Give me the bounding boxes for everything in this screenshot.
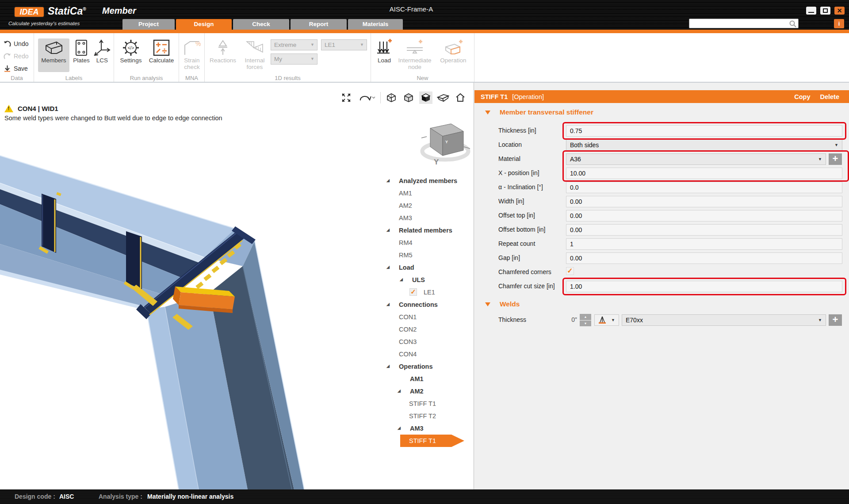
tree-item-con1[interactable]: CON1 [385,311,473,323]
settings-button[interactable]: </> Settings [117,38,145,72]
repeat-count-input[interactable] [566,238,842,250]
members-button[interactable]: Members [38,38,69,72]
tree-group-connections[interactable]: ◢Connections [385,298,473,311]
tab-project[interactable]: Project [122,19,175,30]
zoom-fit-button[interactable] [340,92,353,104]
redo-button[interactable]: Redo [4,53,28,60]
tree-item-stiff-t2-am2[interactable]: STIFF T2 [385,410,473,422]
width-input[interactable] [566,196,842,207]
lcs-label: LCS [96,57,108,64]
chevron-down-icon: ▼ [310,40,314,50]
tree-item-rm4[interactable]: RM4 [385,237,473,249]
tab-report[interactable]: Report [291,19,347,30]
solid-view-button[interactable] [419,92,432,104]
collapse-triangle-icon[interactable] [485,111,490,115]
tree-item-con2[interactable]: CON2 [385,323,473,336]
tree-item-con3[interactable]: CON3 [385,336,473,348]
weld-thickness-stepper[interactable]: ▲ ▼ [580,314,591,326]
tab-design[interactable]: Design [176,19,232,30]
minimize-button[interactable] [806,7,816,15]
calculate-button[interactable]: Calculate [146,38,177,72]
tree-group-load[interactable]: ◢Load [385,261,473,274]
tree-group-analyzed-members[interactable]: ◢Analyzed members [385,175,473,187]
tree-item-le1[interactable]: ✓LE1 [385,286,473,298]
3d-viewport[interactable]: CON4 | WID1 Some weld types were changed… [0,83,473,489]
chamfer-cut-size-input[interactable] [566,281,842,292]
inclination-input[interactable] [566,182,842,193]
extreme-dropdown[interactable]: Extreme▼ [271,39,317,50]
offset-top-input[interactable] [566,210,842,221]
search-input[interactable] [691,19,788,27]
copy-button[interactable]: Copy [794,93,810,100]
info-button[interactable]: i [834,19,844,28]
section-stiffener-header[interactable]: Member transversal stiffener [474,108,849,118]
electrode-dropdown[interactable]: E70xx▼ [622,314,826,326]
tab-check[interactable]: Check [233,19,289,30]
section-view-button[interactable] [436,92,450,104]
tree-expander-icon[interactable]: ◢ [386,364,390,368]
gap-input[interactable] [566,252,842,264]
offset-bottom-input[interactable] [566,224,842,236]
tree-group-related-members[interactable]: ◢Related members [385,224,473,237]
calculate-icon [153,38,170,57]
width-label: Width [in] [498,198,524,205]
tree-expander-icon[interactable]: ◢ [398,389,401,393]
tree-expander-icon[interactable]: ◢ [386,228,390,232]
stepper-down-icon[interactable]: ▼ [580,321,591,327]
delete-button[interactable]: Delete [820,93,839,100]
tree-item-stiff-t1-am2[interactable]: STIFF T1 [385,397,473,410]
location-dropdown[interactable]: Both sides▼ [566,139,842,151]
reactions-button[interactable]: Reactions [207,38,239,72]
stepper-up-icon[interactable]: ▲ [580,314,591,320]
tree-expander-icon[interactable]: ◢ [386,302,390,306]
close-button[interactable]: ✕ [834,7,845,15]
tree-item-am2[interactable]: AM2 [385,199,473,212]
document-title: AISC-Frame-A [363,5,460,13]
add-weld-material-button[interactable]: + [829,314,842,326]
new-intermediate-node-button[interactable]: Intermediate node [396,38,434,72]
component-dropdown[interactable]: My▼ [271,53,317,65]
tree-expander-icon[interactable]: ◢ [386,178,390,183]
tab-materials[interactable]: Materials [348,19,403,30]
transparent-view-button[interactable] [402,92,415,104]
section-welds-header[interactable]: Welds [474,300,849,310]
search-box[interactable] [689,19,799,28]
warning-icon [4,105,13,112]
loadcase-dropdown[interactable]: LE1▼ [321,39,367,50]
material-dropdown[interactable]: A36▼ [566,153,826,165]
view-cube[interactable]: Y Y [418,120,471,167]
tree-expander-icon[interactable]: ◢ [400,277,403,282]
tree-item-am1[interactable]: AM1 [385,187,473,199]
collapse-triangle-icon[interactable] [485,302,490,306]
rotate-view-button[interactable] [357,92,376,104]
tree-group-operations[interactable]: ◢Operations [385,360,473,373]
tree-item-am3[interactable]: AM3 [385,212,473,224]
tree-item-con4[interactable]: CON4 [385,348,473,360]
x-position-input[interactable] [566,168,842,179]
chamfered-corners-checkbox[interactable]: ✓ [566,267,574,275]
lcs-button[interactable]: LCS [93,38,111,72]
tree-expander-icon[interactable]: ◢ [386,265,390,269]
strain-check-button[interactable]: % Strain check [181,38,203,72]
tree-item-stiff-t1-am3-selected[interactable]: STIFF T1 [385,435,473,447]
add-material-button[interactable]: + [829,153,842,165]
tree-expander-icon[interactable]: ◢ [398,426,401,430]
home-view-button[interactable] [454,92,467,104]
weld-type-dropdown[interactable]: ▼ [594,314,619,326]
tree-item-op-am2[interactable]: ◢AM2 [385,385,473,397]
maximize-button[interactable] [820,7,830,15]
checkbox-checked[interactable]: ✓ [409,288,417,296]
new-load-button[interactable]: Load [374,38,395,72]
tree-item-op-am3[interactable]: ◢AM3 [385,422,473,435]
wireframe-view-button[interactable] [385,92,398,104]
internal-forces-button[interactable]: Internal forces [240,38,269,72]
new-operation-button[interactable]: Operation [436,38,471,72]
tree-item-rm5[interactable]: RM5 [385,249,473,261]
thickness-input[interactable] [566,125,842,137]
save-button[interactable]: Save [4,65,28,72]
selected-tree-item[interactable]: STIFF T1 [400,435,464,447]
tree-item-op-am1[interactable]: AM1 [385,373,473,385]
undo-button[interactable]: Undo [4,40,28,47]
plates-button[interactable]: Plates [71,38,92,72]
tree-group-uls[interactable]: ◢ULS [385,274,473,286]
